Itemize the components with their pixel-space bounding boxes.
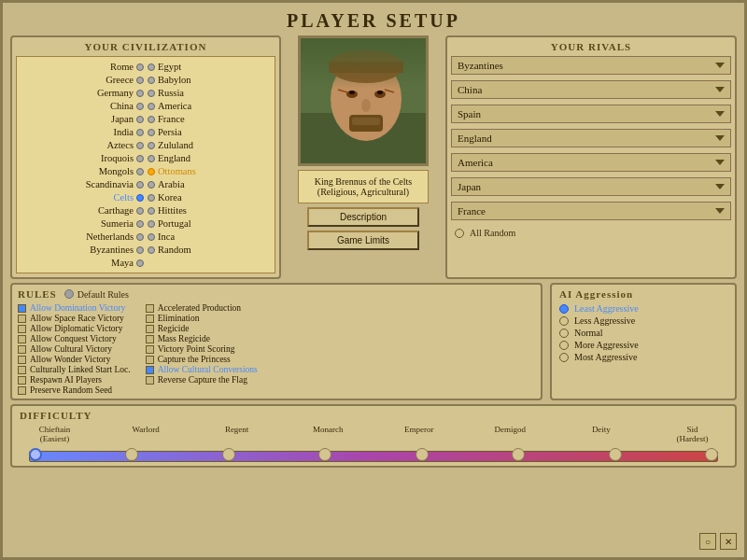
list-item[interactable]: Sumeria [19,217,146,230]
rule-respawn[interactable]: Respawn AI Players [18,375,131,385]
list-item[interactable]: Germany [19,87,146,99]
aggression-normal[interactable]: Normal [559,328,727,338]
list-item[interactable]: Random [146,244,273,256]
difficulty-marker[interactable] [705,448,718,461]
rule-check[interactable] [146,325,154,333]
rule-accel-prod[interactable]: Accelerated Production [146,303,258,313]
rule-random-seed[interactable]: Preserve Random Seed [18,385,131,395]
list-item[interactable]: France [146,113,273,125]
rule-check[interactable] [146,376,154,385]
rule-check[interactable] [18,335,26,343]
rule-diplomatic[interactable]: Allow Diplomatic Victory [18,324,131,333]
list-item[interactable]: Arabia [146,178,273,190]
list-item[interactable]: Aztecs [19,139,146,151]
rule-mass-regicide[interactable]: Mass Regicide [146,334,258,343]
aggression-radio[interactable] [559,316,569,326]
aggression-least[interactable]: Least Aggressive [559,303,727,314]
rule-princess[interactable]: Capture the Princess [146,355,258,364]
rule-check[interactable] [18,315,26,323]
aggression-most[interactable]: Most Aggressive [559,352,727,362]
list-item[interactable]: Korea [146,191,273,203]
difficulty-marker[interactable] [318,448,331,461]
list-item[interactable]: Hittites [146,204,273,217]
rule-cultural[interactable]: Allow Cultural Victory [18,344,131,354]
rule-linked-start[interactable]: Culturally Linked Start Loc. [18,365,131,374]
minimize-button[interactable]: ○ [699,533,716,550]
list-item[interactable]: Japan [19,113,146,125]
description-button[interactable]: Description [307,207,419,227]
rival-select-japan[interactable]: Japan [451,177,731,196]
rule-check[interactable] [146,345,154,354]
rival-select-spain[interactable]: Spain [451,105,731,123]
difficulty-marker[interactable] [609,448,622,461]
list-item[interactable]: Babylon [146,74,273,86]
rule-domination[interactable]: Allow Domination Victory [18,303,131,313]
rule-check[interactable] [146,356,154,364]
rule-check[interactable] [18,356,26,364]
rule-check[interactable] [146,335,154,343]
diff-label-demigod: Demigod [485,425,536,443]
list-item[interactable]: Maya [19,257,146,269]
list-item[interactable]: Scandinavia [19,178,146,190]
list-item[interactable]: Mongols [19,165,146,177]
list-item[interactable]: India [19,126,146,138]
difficulty-marker[interactable] [125,448,138,461]
all-random-radio[interactable] [455,229,464,238]
rule-check[interactable] [146,315,154,323]
rule-regicide[interactable]: Regicide [146,324,258,333]
list-item[interactable]: Egypt [146,61,273,73]
rule-check[interactable] [18,386,26,395]
rival-select-france[interactable]: France [451,202,731,220]
aggression-radio[interactable] [559,341,569,350]
aggression-radio[interactable] [559,329,569,338]
difficulty-marker[interactable] [222,448,235,461]
rival-select-america[interactable]: America [451,153,731,172]
aggression-radio[interactable] [559,304,569,314]
list-item[interactable]: China [19,100,146,112]
rule-check[interactable] [18,376,26,385]
close-button[interactable]: ✕ [720,533,737,550]
civ-ottomans-item[interactable]: Ottomans [146,165,273,177]
aggression-less[interactable]: Less Aggressive [559,315,727,326]
rule-reverse-capture[interactable]: Reverse Capture the Flag [146,375,258,385]
rival-select-china[interactable]: China [451,80,731,99]
list-item[interactable]: Portugal [146,217,273,230]
list-item[interactable]: Greece [19,74,146,86]
rule-conquest[interactable]: Allow Conquest Victory [18,334,131,343]
rule-check[interactable] [18,325,26,333]
list-item[interactable]: Netherlands [19,231,146,243]
rival-select-byzantines[interactable]: Byzantines [451,56,731,75]
game-limits-button[interactable]: Game Limits [307,231,419,250]
rule-check[interactable] [18,345,26,354]
difficulty-marker-active[interactable] [29,448,42,461]
rule-check[interactable] [18,304,26,313]
aggression-radio[interactable] [559,353,569,362]
rule-wonder[interactable]: Allow Wonder Victory [18,355,131,364]
list-item[interactable]: Byzantines [19,244,146,256]
list-item[interactable]: England [146,152,273,164]
aggression-more[interactable]: More Aggressive [559,340,727,350]
rule-elimination[interactable]: Elimination [146,314,258,323]
difficulty-marker[interactable] [416,448,429,461]
list-item[interactable]: Persia [146,126,273,138]
main-content: YOUR CIVILIZATION Rome Greece Germany Ch… [3,35,744,283]
civ-celts-item[interactable]: Celts [19,191,146,203]
rule-cultural-conv[interactable]: Allow Cultural Conversions [146,365,258,374]
list-item[interactable]: America [146,100,273,112]
rival-label: America [458,157,493,168]
list-item[interactable]: Carthage [19,204,146,217]
difficulty-marker[interactable] [512,448,525,461]
rival-select-england[interactable]: England [451,129,731,147]
rule-check[interactable] [18,366,26,374]
all-random-row[interactable]: All Random [451,226,731,240]
list-item[interactable]: Rome [19,61,146,73]
list-item[interactable]: Inca [146,231,273,243]
rule-space-race[interactable]: Allow Space Race Victory [18,314,131,323]
list-item[interactable]: Iroquois [19,152,146,164]
list-item[interactable]: Russia [146,87,273,99]
rule-check[interactable] [146,366,154,374]
rule-victory-points[interactable]: Victory Point Scoring [146,344,258,354]
rule-check[interactable] [146,304,154,313]
list-item[interactable]: Zululand [146,139,273,151]
leader-description: King Brennus of the Celts (Religious, Ag… [298,170,429,203]
